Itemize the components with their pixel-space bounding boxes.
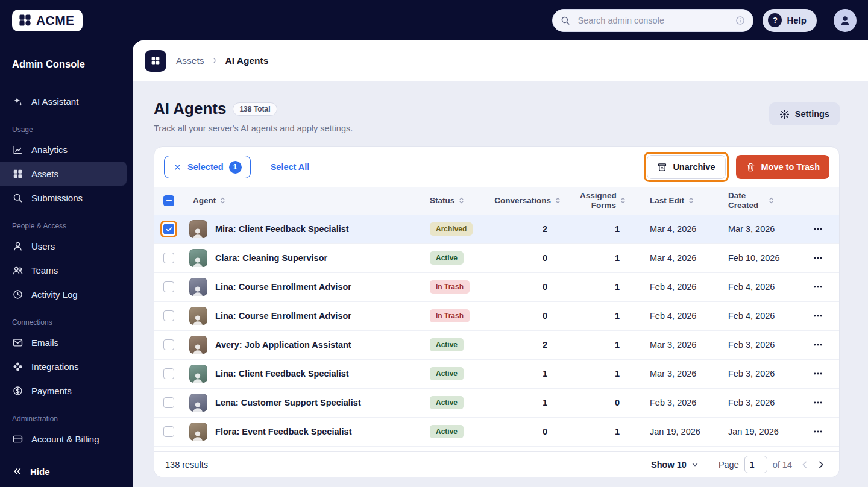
person-icon — [838, 14, 852, 27]
row-actions-button[interactable] — [810, 279, 826, 295]
status-badge: Active — [430, 367, 464, 380]
page-number-input[interactable] — [744, 456, 767, 473]
brand-name: ACME — [36, 13, 74, 28]
table-row[interactable]: Lena: Customer Support Specialist Active… — [154, 388, 839, 417]
row-actions-button[interactable] — [810, 308, 826, 324]
row-actions-button[interactable] — [810, 221, 826, 237]
row-actions-button[interactable] — [810, 395, 826, 410]
row-actions-button[interactable] — [810, 424, 826, 439]
sidebar-item-assets[interactable]: Assets — [0, 162, 127, 186]
date-created-value: Feb 4, 2026 — [712, 272, 797, 301]
sidebar-item-analytics[interactable]: Analytics — [0, 137, 133, 162]
conversations-value: 2 — [494, 215, 569, 244]
sort-icon[interactable] — [458, 196, 465, 204]
info-icon[interactable] — [735, 15, 746, 26]
sidebar-item-label: Users — [31, 241, 55, 251]
page-size-select[interactable]: Show 10 — [647, 459, 703, 470]
row-checkbox[interactable] — [163, 224, 174, 234]
next-page-button[interactable] — [814, 457, 828, 472]
sidebar-item-users[interactable]: Users — [0, 234, 133, 258]
brand-logo[interactable]: ACME — [12, 10, 83, 31]
gear-icon — [779, 109, 790, 119]
agent-avatar — [189, 336, 207, 354]
table-header-row: Agent Status Conversations Assigned Form… — [154, 187, 839, 215]
sidebar-section: Usage Analytics Assets Submissions — [0, 125, 133, 210]
breadcrumb: Assets AI Agents — [133, 40, 868, 81]
ellipsis-icon — [813, 339, 823, 350]
column-header-status[interactable]: Status — [427, 187, 494, 215]
assigned-forms-value: 0 — [569, 388, 634, 417]
row-actions-button[interactable] — [810, 366, 826, 382]
breadcrumb-parent[interactable]: Assets — [176, 55, 204, 66]
clear-selection-button[interactable]: Selected 1 — [164, 156, 251, 178]
column-header-conversations[interactable]: Conversations — [494, 187, 569, 215]
row-actions-button[interactable] — [810, 337, 826, 353]
table-row[interactable]: Mira: Client Feedback Specialist Archive… — [154, 215, 839, 244]
last-edit-value: Mar 4, 2026 — [634, 215, 712, 244]
sidebar-item-integrations[interactable]: Integrations — [0, 354, 133, 379]
table-row[interactable]: Lina: Course Enrollment Advisor In Trash… — [154, 272, 839, 301]
payments-icon — [12, 385, 24, 397]
assigned-forms-value: 1 — [569, 272, 634, 301]
help-button[interactable]: ? Help — [763, 9, 817, 32]
sort-icon[interactable] — [554, 196, 562, 204]
sidebar-item-emails[interactable]: Emails — [0, 330, 133, 354]
sort-icon[interactable] — [219, 196, 227, 204]
agent-name: Clara: Cleaning Supervisor — [215, 253, 327, 263]
row-checkbox[interactable] — [163, 368, 174, 379]
table-row[interactable]: Lina: Client Feedback Specialist Active … — [154, 359, 839, 388]
sidebar-hide-button[interactable]: Hide — [0, 458, 133, 487]
search-input[interactable] — [576, 15, 729, 26]
sidebar-section-label: Usage — [0, 125, 133, 134]
sort-icon[interactable] — [767, 196, 775, 204]
row-checkbox[interactable] — [163, 339, 174, 350]
previous-page-button[interactable] — [797, 457, 812, 472]
row-actions-button[interactable] — [810, 250, 826, 266]
sidebar-item-submissions[interactable]: Submissions — [0, 186, 133, 210]
row-checkbox[interactable] — [163, 426, 174, 437]
agents-table-card: Selected 1 Select All Unarchive — [154, 146, 840, 477]
admin-search[interactable] — [552, 9, 753, 32]
table-row[interactable]: Lina: Course Enrollment Advisor In Trash… — [154, 301, 839, 330]
row-checkbox[interactable] — [163, 397, 174, 408]
assigned-forms-value: 1 — [569, 330, 634, 359]
activity-clock-icon — [12, 289, 24, 300]
unarchive-button[interactable]: Unarchive — [647, 155, 725, 179]
table-row[interactable]: Avery: Job Application Assistant Active … — [154, 330, 839, 359]
sort-icon[interactable] — [687, 196, 695, 204]
select-all-button[interactable]: Select All — [267, 162, 313, 172]
date-created-value: Feb 3, 2026 — [712, 388, 797, 417]
select-all-checkbox[interactable] — [163, 195, 174, 206]
table-row[interactable]: Flora: Event Feedback Specialist Active … — [154, 417, 839, 446]
agent-avatar — [189, 307, 207, 325]
assets-breadcrumb-icon[interactable] — [145, 50, 166, 72]
table-row[interactable]: Clara: Cleaning Supervisor Active 0 1 Ma… — [154, 244, 839, 272]
row-checkbox[interactable] — [163, 310, 174, 321]
status-badge: Active — [430, 338, 464, 351]
column-header-assigned-forms[interactable]: Assigned Forms — [569, 187, 634, 215]
ellipsis-icon — [813, 426, 823, 437]
sidebar-item-activity-log[interactable]: Activity Log — [0, 282, 133, 306]
ellipsis-icon — [813, 224, 823, 234]
sidebar-item-account-billing[interactable]: Account & Billing — [0, 427, 133, 451]
person-icon — [190, 284, 206, 296]
settings-button[interactable]: Settings — [769, 102, 840, 125]
column-header-agent[interactable]: Agent — [183, 187, 427, 215]
user-avatar[interactable] — [834, 9, 857, 32]
assigned-forms-value: 1 — [569, 244, 634, 272]
search-icon — [12, 192, 24, 204]
sidebar-item-payments[interactable]: Payments — [0, 379, 133, 403]
row-checkbox[interactable] — [163, 281, 174, 292]
column-header-date-created[interactable]: Date Created — [712, 187, 797, 215]
main-panel: Assets AI Agents AI Agents 138 Total Tra… — [133, 40, 868, 487]
move-to-trash-button[interactable]: Move to Trash — [736, 155, 830, 179]
agent-avatar — [189, 220, 207, 238]
sort-icon[interactable] — [619, 196, 627, 204]
last-edit-value: Feb 4, 2026 — [634, 272, 712, 301]
last-edit-value: Jan 19, 2026 — [634, 417, 712, 446]
sidebar-item-ai-assistant[interactable]: AI Assistant — [0, 89, 133, 113]
column-header-last-edit[interactable]: Last Edit — [634, 187, 712, 215]
page-subtitle: Track all your server's AI agents and ap… — [154, 124, 353, 133]
row-checkbox[interactable] — [163, 253, 174, 263]
sidebar-item-teams[interactable]: Teams — [0, 258, 133, 282]
